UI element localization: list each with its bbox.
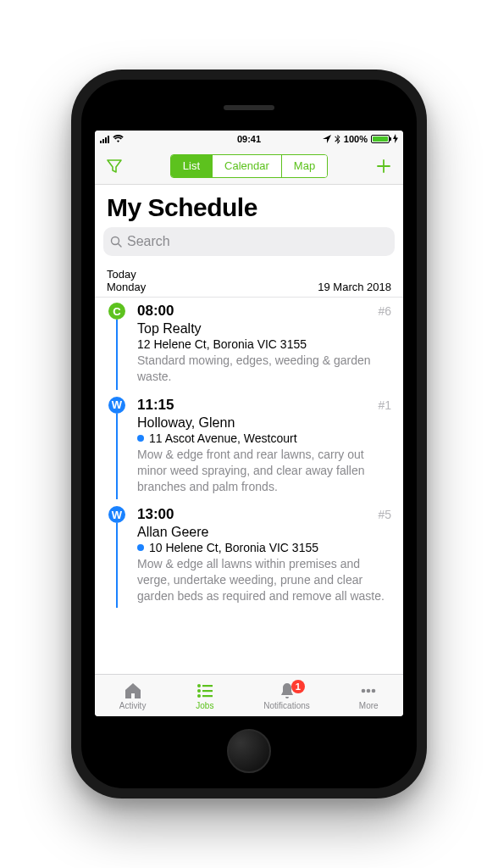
- job-number: #1: [378, 398, 391, 412]
- status-bar: 09:41 100%: [95, 131, 403, 147]
- timeline-line: [116, 523, 118, 608]
- nav-bar: List Calendar Map: [95, 147, 403, 185]
- wifi-icon: [113, 135, 124, 143]
- status-time: 09:41: [237, 134, 261, 144]
- date-relative: Today: [107, 268, 391, 281]
- status-left: [100, 135, 124, 143]
- status-right: 100%: [323, 134, 398, 145]
- phone-speaker: [224, 105, 274, 110]
- bluetooth-icon: [335, 135, 340, 144]
- segment-list[interactable]: List: [171, 155, 212, 177]
- svg-point-10: [372, 688, 376, 693]
- svg-line-1: [119, 244, 122, 248]
- timeline: C: [107, 303, 127, 385]
- date-header: Today Monday 19 March 2018: [95, 263, 403, 298]
- job-time: 13:00: [137, 506, 174, 523]
- phone-inner: 09:41 100%: [81, 80, 417, 788]
- svg-rect-3: [202, 685, 213, 687]
- job-number: #6: [378, 304, 391, 318]
- job-address: 11 Ascot Avenue, Westcourt: [137, 431, 391, 445]
- job-item[interactable]: W11:15#1Holloway, Glenn11 Ascot Avenue, …: [107, 397, 391, 507]
- battery-icon: [371, 135, 390, 143]
- segment-calendar[interactable]: Calendar: [212, 155, 281, 177]
- svg-point-4: [197, 689, 201, 693]
- date-weekday: Monday: [107, 281, 146, 293]
- plus-icon: [374, 157, 393, 175]
- job-number: #5: [378, 508, 391, 521]
- notification-badge: 1: [291, 680, 305, 693]
- tab-label: More: [359, 701, 379, 710]
- tab-notifications[interactable]: 1 Notifications: [263, 682, 309, 710]
- job-item[interactable]: C08:00#6Top Realty12 Helene Ct, Boronia …: [107, 303, 391, 397]
- battery-percentage: 100%: [344, 134, 368, 144]
- list-icon: [195, 682, 215, 700]
- tab-jobs[interactable]: Jobs: [195, 682, 215, 710]
- svg-rect-7: [202, 695, 213, 697]
- search-wrap: [95, 227, 403, 263]
- job-client: Holloway, Glenn: [137, 415, 391, 431]
- job-marker: W: [108, 397, 125, 414]
- job-body: 13:00#5Allan Geere10 Helene Ct, Boronia …: [127, 506, 391, 604]
- tab-bar: Activity Jobs 1 Notifications: [95, 674, 403, 716]
- job-body: 08:00#6Top Realty12 Helene Ct, Boronia V…: [127, 303, 391, 385]
- svg-point-8: [362, 688, 366, 693]
- tab-label: Jobs: [196, 701, 213, 710]
- svg-rect-5: [202, 690, 213, 692]
- phone-frame: 09:41 100%: [71, 70, 427, 798]
- job-description: Mow & edge front and rear lawns, carry o…: [137, 447, 391, 495]
- segment-map[interactable]: Map: [281, 155, 327, 177]
- svg-point-6: [197, 694, 201, 698]
- job-list[interactable]: C08:00#6Top Realty12 Helene Ct, Boronia …: [95, 298, 403, 674]
- view-segmented-control: List Calendar Map: [170, 154, 328, 178]
- job-marker: C: [108, 303, 125, 320]
- tab-label: Notifications: [263, 701, 309, 710]
- svg-point-9: [367, 688, 371, 693]
- home-icon: [123, 682, 143, 700]
- timeline-line: [116, 320, 118, 390]
- job-time: 11:15: [137, 397, 174, 414]
- add-button[interactable]: [373, 157, 395, 175]
- job-client: Top Realty: [137, 321, 391, 337]
- job-client: Allan Geere: [137, 525, 391, 540]
- job-address: 12 Helene Ct, Boronia VIC 3155: [137, 337, 391, 351]
- job-body: 11:15#1Holloway, Glenn11 Ascot Avenue, W…: [127, 397, 391, 495]
- job-time: 08:00: [137, 303, 174, 320]
- job-description: Standard mowing, edges, weeding & garden…: [137, 353, 391, 385]
- status-dot-icon: [137, 435, 144, 442]
- job-address: 10 Helene Ct, Boronia VIC 3155: [137, 541, 391, 554]
- charging-icon: [393, 134, 398, 145]
- tab-more[interactable]: More: [358, 682, 379, 710]
- tab-label: Activity: [119, 701, 147, 710]
- home-button[interactable]: [227, 729, 271, 773]
- timeline: W: [107, 506, 127, 604]
- search-icon: [110, 236, 122, 248]
- date-full: 19 March 2018: [318, 281, 391, 293]
- timeline-line: [116, 414, 118, 500]
- job-description: Mow & edge all lawns within premises and…: [137, 556, 391, 604]
- ellipsis-icon: [358, 682, 379, 700]
- funnel-icon: [106, 158, 123, 175]
- timeline: W: [107, 397, 127, 495]
- status-dot-icon: [137, 544, 144, 551]
- location-icon: [323, 135, 331, 143]
- job-marker: W: [108, 506, 125, 523]
- screen: 09:41 100%: [95, 131, 403, 716]
- svg-point-2: [197, 684, 201, 687]
- page-title: My Schedule: [107, 193, 391, 222]
- search-input[interactable]: [127, 234, 388, 249]
- filter-button[interactable]: [103, 158, 125, 175]
- search-field[interactable]: [103, 227, 395, 256]
- title-row: My Schedule: [95, 185, 403, 227]
- signal-icon: [100, 136, 109, 143]
- job-item[interactable]: W13:00#5Allan Geere10 Helene Ct, Boronia…: [107, 506, 391, 616]
- tab-activity[interactable]: Activity: [119, 682, 147, 710]
